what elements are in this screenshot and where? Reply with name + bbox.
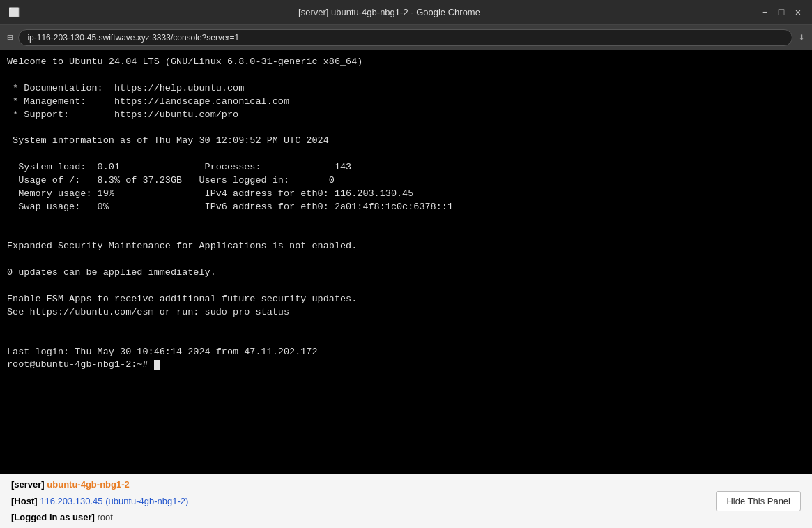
- hide-panel-button[interactable]: Hide This Panel: [716, 491, 801, 511]
- maximize-button[interactable]: □: [776, 7, 787, 18]
- host-label: [Host]: [11, 496, 38, 506]
- close-button[interactable]: ✕: [792, 7, 804, 18]
- address-input[interactable]: [18, 29, 792, 46]
- server-info-row: [server] ubuntu-4gb-nbg1-2: [11, 476, 188, 492]
- window-controls: − □ ✕: [759, 7, 804, 18]
- server-label: [server]: [11, 479, 45, 490]
- panel-info: [server] ubuntu-4gb-nbg1-2 [Host] 116.20…: [11, 476, 188, 525]
- logged-in-row: [Logged in as user] root: [11, 509, 188, 525]
- tab-switcher-icon: ⊞: [7, 31, 13, 43]
- tab-icon: ⬜: [8, 7, 20, 18]
- download-icon[interactable]: ⬇: [798, 31, 805, 45]
- window-title: [server] ubuntu-4gb-nbg1-2 - Google Chro…: [20, 7, 759, 17]
- address-bar: ⊞ ⬇: [0, 25, 812, 50]
- terminal-output[interactable]: Welcome to Ubuntu 24.04 LTS (GNU/Linux 6…: [0, 50, 812, 474]
- host-value: 116.203.130.45 (ubuntu-4gb-nbg1-2): [40, 496, 188, 506]
- bottom-panel: [server] ubuntu-4gb-nbg1-2 [Host] 116.20…: [0, 474, 812, 528]
- server-value: ubuntu-4gb-nbg1-2: [47, 479, 129, 490]
- logged-in-value: root: [98, 512, 113, 522]
- terminal-cursor: [154, 360, 160, 370]
- minimize-button[interactable]: −: [759, 7, 770, 18]
- logged-in-label: [Logged in as user]: [11, 512, 95, 522]
- title-bar: ⬜ [server] ubuntu-4gb-nbg1-2 - Google Ch…: [0, 0, 812, 25]
- host-info-row: [Host] 116.203.130.45 (ubuntu-4gb-nbg1-2…: [11, 493, 188, 509]
